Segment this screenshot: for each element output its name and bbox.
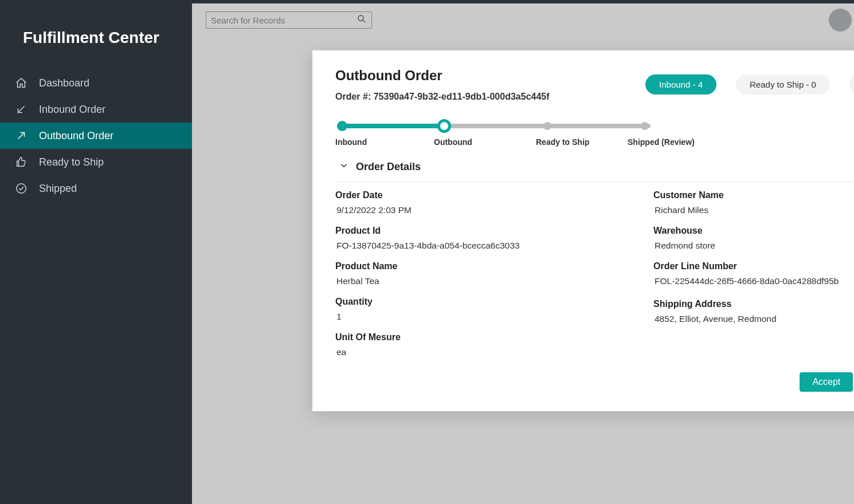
- pill-inbound[interactable]: Inbound - 4: [645, 74, 716, 94]
- value-order-date: 9/12/2022 2:03 PM: [335, 205, 619, 215]
- label-product-id: Product Id: [335, 226, 619, 236]
- search-box[interactable]: [206, 11, 372, 29]
- thumbs-up-icon: [15, 156, 28, 168]
- label-shipping-address: Shipping Address: [653, 299, 854, 309]
- label-quantity: Quantity: [335, 297, 619, 307]
- step-dot-shipped: [641, 122, 649, 130]
- value-order-line: FOL-225444dc-26f5-4666-8da0-0ac4288df95b: [653, 276, 854, 286]
- nav-label: Dashboard: [39, 77, 89, 89]
- value-shipping-address: 4852, Elliot, Avenue, Redmond: [653, 314, 854, 324]
- section-title: Order Details: [356, 161, 421, 173]
- accept-button[interactable]: Accept: [800, 372, 853, 392]
- label-uom: Unit Of Mesure: [335, 332, 619, 342]
- outbound-order-modal: Outbound Order Order #: 75390a47-9b32-ed…: [312, 50, 854, 411]
- step-label: Outbound: [434, 137, 472, 147]
- label-warehouse: Warehouse: [653, 226, 854, 236]
- arrow-down-left-icon: [15, 103, 28, 116]
- main-area: Outbound Order Order #: 75390a47-9b32-ed…: [192, 0, 854, 504]
- search-icon: [357, 14, 367, 26]
- value-warehouse: Redmond store: [653, 241, 854, 251]
- label-customer-name: Customer Name: [653, 190, 854, 200]
- label-product-name: Product Name: [335, 261, 619, 271]
- order-number: Order #: 75390a47-9b32-ed11-9db1-000d3a5…: [335, 92, 550, 102]
- step-dot-inbound: [337, 121, 347, 131]
- step-label: Shipped (Review): [628, 137, 695, 147]
- svg-point-0: [17, 184, 26, 194]
- home-icon: [15, 77, 28, 89]
- value-quantity: 1: [335, 312, 619, 322]
- nav-item-shipped[interactable]: Shipped: [0, 175, 192, 202]
- pill-shipped[interactable]: Shipped - 11: [849, 74, 854, 94]
- step-label: Ready to Ship: [536, 137, 589, 147]
- value-product-name: Herbal Tea: [335, 276, 619, 286]
- topbar: [192, 3, 854, 37]
- value-product-id: FO-13870425-9a13-4bda-a054-bcecca6c3033: [335, 241, 619, 251]
- order-details-toggle[interactable]: Order Details: [335, 160, 854, 174]
- svg-point-1: [358, 15, 363, 21]
- avatar[interactable]: [829, 9, 852, 32]
- nav-item-outbound[interactable]: Outbound Order: [0, 123, 192, 149]
- value-uom: ea: [335, 347, 619, 357]
- step-label: Inbound: [335, 137, 367, 147]
- chevron-down-icon: [339, 160, 349, 174]
- sidebar: Fulfillment Center Dashboard Inbound Ord…: [0, 0, 192, 504]
- nav-label: Ready to Ship: [39, 156, 104, 168]
- modal-title: Outbound Order: [335, 68, 550, 84]
- app-title: Fulfillment Center: [0, 16, 192, 70]
- status-pill-row: Inbound - 4 Ready to Ship - 0 Shipped - …: [645, 74, 854, 94]
- nav-label: Outbound Order: [39, 130, 113, 142]
- search-input[interactable]: [211, 15, 357, 25]
- arrow-up-right-icon: [15, 129, 28, 142]
- nav-list: Dashboard Inbound Order Outbound Order R…: [0, 70, 192, 202]
- value-customer-name: Richard Miles: [653, 205, 854, 215]
- step-dot-outbound: [437, 119, 451, 133]
- nav-item-inbound[interactable]: Inbound Order: [0, 96, 192, 123]
- label-order-line: Order Line Number: [653, 261, 854, 271]
- nav-item-dashboard[interactable]: Dashboard: [0, 70, 192, 96]
- nav-item-ready-to-ship[interactable]: Ready to Ship: [0, 149, 192, 175]
- pill-ready-to-ship[interactable]: Ready to Ship - 0: [736, 74, 830, 94]
- nav-label: Shipped: [39, 183, 77, 195]
- step-dot-ready: [543, 122, 551, 130]
- label-order-date: Order Date: [335, 190, 619, 200]
- progress-stepper: Inbound Outbound Ready to Ship Shipped (…: [335, 118, 656, 158]
- check-circle-icon: [15, 182, 28, 195]
- order-details: Order Date 9/12/2022 2:03 PM Product Id …: [335, 188, 854, 368]
- nav-label: Inbound Order: [39, 104, 105, 116]
